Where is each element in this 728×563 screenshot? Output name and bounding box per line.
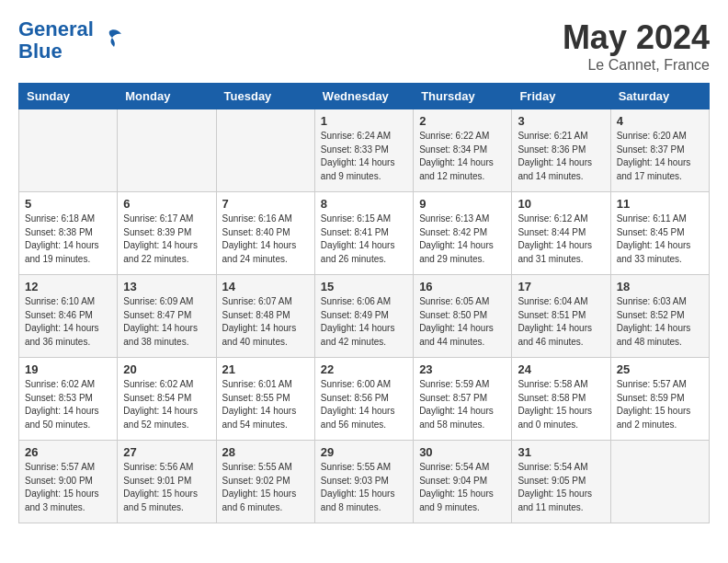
cell-info: Sunrise: 6:13 AMSunset: 8:42 PMDaylight:… xyxy=(419,213,506,266)
sunrise-text: Sunrise: 6:15 AM xyxy=(321,213,407,226)
sunrise-text: Sunrise: 5:55 AM xyxy=(222,461,309,475)
cell-info: Sunrise: 6:01 AMSunset: 8:55 PMDaylight:… xyxy=(222,378,309,431)
sunset-text: Sunset: 8:47 PM xyxy=(123,309,210,323)
location: Le Cannet, France xyxy=(563,57,710,74)
sunrise-text: Sunrise: 6:16 AM xyxy=(222,213,309,226)
sunset-text: Sunset: 8:41 PM xyxy=(321,226,407,240)
sunrise-text: Sunrise: 5:54 AM xyxy=(518,461,604,475)
sunrise-text: Sunrise: 6:17 AM xyxy=(123,213,210,226)
sunset-text: Sunset: 9:05 PM xyxy=(518,475,604,488)
cell-info: Sunrise: 6:18 AMSunset: 8:38 PMDaylight:… xyxy=(25,213,111,266)
cell-info: Sunrise: 5:59 AMSunset: 8:57 PMDaylight:… xyxy=(419,378,506,431)
logo-bird-icon xyxy=(96,27,123,54)
sunrise-text: Sunrise: 6:03 AM xyxy=(617,295,703,309)
calendar-cell: 25Sunrise: 5:57 AMSunset: 8:59 PMDayligh… xyxy=(610,358,709,441)
sunrise-text: Sunrise: 6:05 AM xyxy=(419,295,506,309)
day-header-saturday: Saturday xyxy=(610,84,709,109)
daylight-text: Daylight: 14 hours and 12 minutes. xyxy=(419,156,506,183)
sunrise-text: Sunrise: 5:57 AM xyxy=(617,378,703,392)
cell-info: Sunrise: 6:02 AMSunset: 8:54 PMDaylight:… xyxy=(123,378,210,431)
calendar-cell: 11Sunrise: 6:11 AMSunset: 8:45 PMDayligh… xyxy=(610,192,709,275)
cell-info: Sunrise: 6:11 AMSunset: 8:45 PMDaylight:… xyxy=(617,213,703,266)
sunset-text: Sunset: 8:49 PM xyxy=(321,309,407,323)
date-number: 5 xyxy=(25,197,111,211)
calendar-cell: 5Sunrise: 6:18 AMSunset: 8:38 PMDaylight… xyxy=(19,192,118,275)
date-number: 13 xyxy=(123,280,210,293)
sunrise-text: Sunrise: 6:20 AM xyxy=(617,130,703,144)
daylight-text: Daylight: 14 hours and 17 minutes. xyxy=(617,156,703,183)
calendar-cell: 17Sunrise: 6:04 AMSunset: 8:51 PMDayligh… xyxy=(512,275,610,358)
day-header-row: SundayMondayTuesdayWednesdayThursdayFrid… xyxy=(19,84,710,109)
calendar-cell: 14Sunrise: 6:07 AMSunset: 8:48 PMDayligh… xyxy=(216,275,314,358)
calendar-cell xyxy=(216,109,314,192)
calendar-cell: 31Sunrise: 5:54 AMSunset: 9:05 PMDayligh… xyxy=(512,441,610,523)
cell-info: Sunrise: 6:05 AMSunset: 8:50 PMDaylight:… xyxy=(419,295,506,349)
cell-info: Sunrise: 6:22 AMSunset: 8:34 PMDaylight:… xyxy=(419,130,506,183)
date-number: 15 xyxy=(321,280,407,293)
daylight-text: Daylight: 15 hours and 8 minutes. xyxy=(321,488,407,514)
sunrise-text: Sunrise: 6:02 AM xyxy=(25,378,111,392)
date-number: 29 xyxy=(321,445,407,459)
calendar-cell: 1Sunrise: 6:24 AMSunset: 8:33 PMDaylight… xyxy=(314,109,413,192)
week-row-4: 19Sunrise: 6:02 AMSunset: 8:53 PMDayligh… xyxy=(19,358,710,441)
sunrise-text: Sunrise: 6:22 AM xyxy=(419,130,506,144)
sunset-text: Sunset: 8:59 PM xyxy=(617,392,703,406)
sunrise-text: Sunrise: 6:02 AM xyxy=(123,378,210,392)
daylight-text: Daylight: 14 hours and 26 minutes. xyxy=(321,239,407,266)
sunset-text: Sunset: 8:55 PM xyxy=(222,392,309,406)
daylight-text: Daylight: 14 hours and 50 minutes. xyxy=(25,405,111,431)
day-header-tuesday: Tuesday xyxy=(216,84,314,109)
calendar-cell: 26Sunrise: 5:57 AMSunset: 9:00 PMDayligh… xyxy=(19,441,118,523)
sunset-text: Sunset: 8:39 PM xyxy=(123,226,210,240)
date-number: 11 xyxy=(617,197,703,211)
logo-text: GeneralBlue xyxy=(18,18,94,63)
sunset-text: Sunset: 8:50 PM xyxy=(419,309,506,323)
cell-info: Sunrise: 6:20 AMSunset: 8:37 PMDaylight:… xyxy=(617,130,703,183)
daylight-text: Daylight: 14 hours and 31 minutes. xyxy=(518,239,604,266)
week-row-2: 5Sunrise: 6:18 AMSunset: 8:38 PMDaylight… xyxy=(19,192,710,275)
sunrise-text: Sunrise: 6:04 AM xyxy=(518,295,604,309)
sunrise-text: Sunrise: 5:56 AM xyxy=(123,461,210,475)
month-title: May 2024 xyxy=(563,18,710,57)
cell-info: Sunrise: 6:04 AMSunset: 8:51 PMDaylight:… xyxy=(518,295,604,349)
calendar-cell: 4Sunrise: 6:20 AMSunset: 8:37 PMDaylight… xyxy=(610,109,709,192)
sunset-text: Sunset: 8:42 PM xyxy=(419,226,506,240)
sunrise-text: Sunrise: 6:24 AM xyxy=(321,130,407,144)
sunset-text: Sunset: 8:44 PM xyxy=(518,226,604,240)
day-header-wednesday: Wednesday xyxy=(314,84,413,109)
sunset-text: Sunset: 8:40 PM xyxy=(222,226,309,240)
sunrise-text: Sunrise: 6:00 AM xyxy=(321,378,407,392)
date-number: 1 xyxy=(321,114,407,128)
day-header-thursday: Thursday xyxy=(414,84,512,109)
daylight-text: Daylight: 15 hours and 6 minutes. xyxy=(222,488,309,514)
cell-info: Sunrise: 6:03 AMSunset: 8:52 PMDaylight:… xyxy=(617,295,703,349)
page-header: GeneralBlue May 2024 Le Cannet, France xyxy=(18,18,710,74)
daylight-text: Daylight: 14 hours and 36 minutes. xyxy=(25,322,111,349)
sunrise-text: Sunrise: 5:57 AM xyxy=(25,461,111,475)
calendar-cell: 20Sunrise: 6:02 AMSunset: 8:54 PMDayligh… xyxy=(118,358,216,441)
week-row-5: 26Sunrise: 5:57 AMSunset: 9:00 PMDayligh… xyxy=(19,441,710,523)
sunset-text: Sunset: 8:33 PM xyxy=(321,144,407,157)
date-number: 22 xyxy=(321,362,407,376)
date-number: 21 xyxy=(222,362,309,376)
sunset-text: Sunset: 8:36 PM xyxy=(518,144,604,157)
sunrise-text: Sunrise: 5:55 AM xyxy=(321,461,407,475)
daylight-text: Daylight: 14 hours and 54 minutes. xyxy=(222,405,309,431)
sunset-text: Sunset: 8:37 PM xyxy=(617,144,703,157)
cell-info: Sunrise: 5:56 AMSunset: 9:01 PMDaylight:… xyxy=(123,461,210,514)
cell-info: Sunrise: 6:16 AMSunset: 8:40 PMDaylight:… xyxy=(222,213,309,266)
cell-info: Sunrise: 5:57 AMSunset: 8:59 PMDaylight:… xyxy=(617,378,703,431)
calendar-cell: 24Sunrise: 5:58 AMSunset: 8:58 PMDayligh… xyxy=(512,358,610,441)
week-row-3: 12Sunrise: 6:10 AMSunset: 8:46 PMDayligh… xyxy=(19,275,710,358)
daylight-text: Daylight: 14 hours and 19 minutes. xyxy=(25,239,111,266)
date-number: 6 xyxy=(123,197,210,211)
date-number: 23 xyxy=(419,362,506,376)
calendar-cell: 21Sunrise: 6:01 AMSunset: 8:55 PMDayligh… xyxy=(216,358,314,441)
daylight-text: Daylight: 15 hours and 2 minutes. xyxy=(617,405,703,431)
sunrise-text: Sunrise: 6:11 AM xyxy=(617,213,703,226)
sunrise-text: Sunrise: 6:13 AM xyxy=(419,213,506,226)
daylight-text: Daylight: 15 hours and 11 minutes. xyxy=(518,488,604,514)
daylight-text: Daylight: 14 hours and 9 minutes. xyxy=(321,156,407,183)
sunset-text: Sunset: 9:01 PM xyxy=(123,475,210,488)
sunrise-text: Sunrise: 6:18 AM xyxy=(25,213,111,226)
